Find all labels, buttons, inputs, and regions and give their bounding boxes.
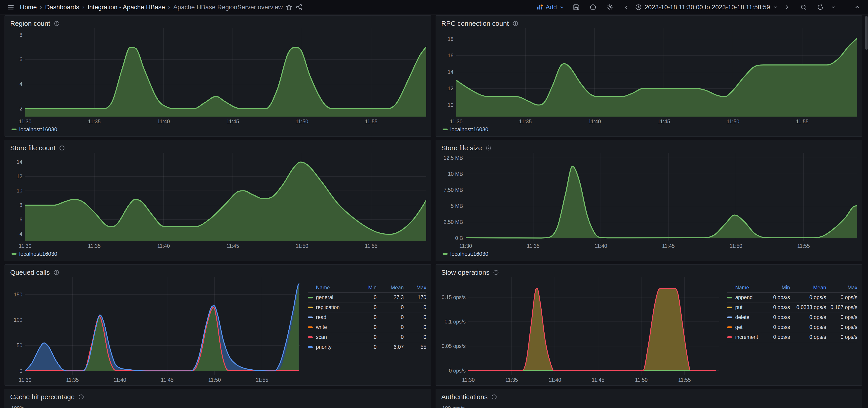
legend-table-header-min[interactable]: Min: [356, 285, 377, 291]
panel-title[interactable]: RPC connection count: [441, 20, 509, 27]
y-axis-tick-label: 0.1 ops/s: [445, 319, 466, 325]
breadcrumb-home[interactable]: Home: [20, 4, 37, 11]
legend-table-header-max[interactable]: Max: [826, 285, 857, 291]
legend-table-header-min[interactable]: Min: [763, 285, 790, 291]
series-area-localhost:16030: [466, 166, 857, 238]
legend-series-label[interactable]: append: [727, 294, 763, 301]
add-panel-button[interactable]: Add: [536, 4, 564, 11]
legend-series-label[interactable]: increment: [727, 334, 763, 340]
legend-stat-value: 0 ops/s: [826, 314, 857, 320]
legend-stat-value: 0: [404, 314, 426, 320]
y-axis-tick-label: 150: [14, 292, 22, 298]
legend-swatch: [727, 327, 732, 328]
info-icon[interactable]: [78, 394, 84, 400]
queued-calls-chart[interactable]: [25, 277, 300, 375]
legend-series-label[interactable]: delete: [727, 314, 763, 320]
y-axis-tick-label: 0: [20, 368, 22, 374]
legend-table-header-mean[interactable]: Mean: [377, 285, 404, 291]
info-icon[interactable]: [493, 270, 499, 275]
dashboard-insights-icon[interactable]: [588, 2, 598, 12]
star-icon[interactable]: [284, 2, 294, 12]
legend-series-label[interactable]: scan: [308, 334, 356, 340]
legend-stat-value: 0: [356, 314, 377, 320]
x-axis-tick-label: 11:40: [157, 243, 170, 249]
share-icon[interactable]: [294, 2, 304, 12]
panel-header: Store file count: [9, 143, 426, 153]
panel-title[interactable]: Store file size: [441, 144, 482, 152]
legend-table-row: priority06.0755: [308, 342, 426, 352]
panel-title[interactable]: Store file count: [10, 144, 55, 152]
legend-series-label[interactable]: localhost:16030: [450, 251, 488, 257]
legend-stat-value: 0 ops/s: [763, 334, 790, 340]
panel-title[interactable]: Queued calls: [10, 269, 50, 276]
y-axis-tick-label: 0.05 ops/s: [442, 343, 466, 349]
chevron-down-icon: [773, 4, 778, 10]
legend-series-label[interactable]: priority: [308, 344, 356, 350]
legend-series-label[interactable]: localhost:16030: [19, 251, 57, 257]
time-range-forward-icon[interactable]: [782, 2, 792, 12]
refresh-icon[interactable]: [815, 2, 825, 12]
legend-table-header-max[interactable]: Max: [404, 285, 426, 291]
legend-stat-value: 6.07: [377, 344, 404, 350]
region-count-chart[interactable]: [25, 28, 426, 116]
info-icon[interactable]: [54, 21, 60, 27]
y-axis-tick-label: 4: [20, 81, 22, 87]
y-axis-tick-label: 2.50 MB: [443, 219, 463, 225]
scrollbar-thumb[interactable]: [865, 16, 868, 50]
panel-title[interactable]: Slow operations: [441, 269, 489, 276]
x-axis-tick-label: 11:55: [365, 243, 377, 249]
legend-table-header-name[interactable]: Name: [308, 285, 356, 291]
store-file-count-chart[interactable]: [25, 153, 426, 241]
dashboard-settings-gear-icon[interactable]: [605, 2, 615, 12]
legend-stat-value: 0: [377, 334, 404, 340]
legend-series-label[interactable]: localhost:16030: [450, 126, 488, 133]
panel-title[interactable]: Region count: [10, 20, 50, 27]
y-axis-tick-label: 4: [20, 231, 22, 237]
time-range-back-icon[interactable]: [621, 2, 631, 12]
legend-series-label[interactable]: get: [727, 324, 763, 330]
legend-table-row: general027.3170: [308, 293, 426, 303]
breadcrumb-folder[interactable]: Integration - Apache HBase: [88, 4, 165, 11]
info-icon[interactable]: [491, 394, 497, 400]
x-axis: 11:3011:3511:4011:4511:5011:55: [25, 375, 300, 383]
panel-header: Slow operations: [440, 268, 857, 277]
time-range-picker[interactable]: 2023-10-18 11:30:00 to 2023-10-18 11:58:…: [635, 4, 778, 11]
nav-divider: [845, 3, 845, 11]
time-range-text: 2023-10-18 11:30:00 to 2023-10-18 11:58:…: [645, 4, 770, 11]
collapse-nav-caret-icon[interactable]: [852, 2, 862, 12]
legend-table-header-name[interactable]: Name: [727, 285, 763, 291]
legend-table-row: scan000: [308, 332, 426, 342]
series-area-localhost:16030: [25, 162, 426, 241]
info-icon[interactable]: [53, 270, 59, 275]
legend-swatch: [443, 129, 447, 130]
legend-table-row: replication000: [308, 303, 426, 312]
legend-series-label[interactable]: write: [308, 324, 356, 330]
legend-series-label[interactable]: read: [308, 314, 356, 320]
breadcrumb-dashboards[interactable]: Dashboards: [45, 4, 79, 11]
info-icon[interactable]: [59, 145, 65, 151]
panel-header: Cache hit percentage: [9, 392, 426, 402]
page-scrollbar[interactable]: [865, 14, 868, 408]
legend-series-label[interactable]: general: [308, 294, 356, 301]
info-icon[interactable]: [513, 21, 518, 27]
slow-operations-chart[interactable]: [468, 277, 719, 375]
store-file-size-chart[interactable]: [466, 153, 857, 241]
x-axis-tick-label: 11:55: [255, 377, 268, 383]
time-zoom-out-icon[interactable]: [799, 2, 808, 12]
panel-title[interactable]: Cache hit percentage: [10, 393, 74, 401]
breadcrumb: Home › Dashboards › Integration - Apache…: [20, 4, 283, 11]
y-axis-tick-label: 14: [17, 159, 22, 165]
rpc-connection-count-chart[interactable]: [456, 28, 857, 116]
save-dashboard-icon[interactable]: [571, 2, 581, 12]
legend-series-label[interactable]: put: [727, 304, 763, 310]
panel-header: Authentications: [440, 392, 857, 402]
menu-hamburger-icon[interactable]: [6, 2, 16, 12]
info-icon[interactable]: [486, 145, 491, 151]
legend-series-label[interactable]: localhost:16030: [19, 126, 57, 133]
legend-stat-value: 0 ops/s: [763, 314, 790, 320]
y-axis-tick-label: 8: [20, 202, 22, 208]
legend-series-label[interactable]: replication: [308, 304, 356, 310]
panel-title[interactable]: Authentications: [441, 393, 488, 401]
refresh-interval-chevron-icon[interactable]: [829, 2, 838, 12]
legend-table-header-mean[interactable]: Mean: [790, 285, 826, 291]
